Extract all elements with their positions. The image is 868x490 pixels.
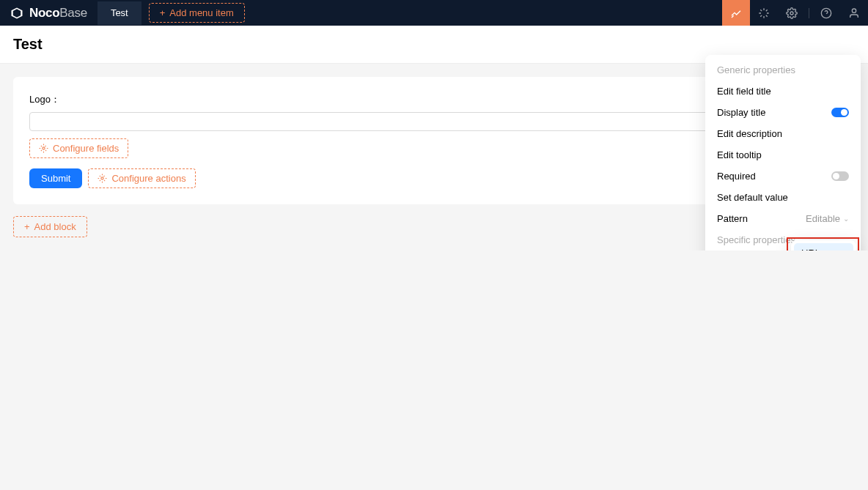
plus-icon: + xyxy=(160,7,166,18)
submit-button[interactable]: Submit xyxy=(29,168,82,188)
plus-icon: + xyxy=(24,221,30,232)
display-title-toggle[interactable]: Display title xyxy=(705,102,861,123)
user-button[interactable] xyxy=(840,0,868,26)
logo-icon xyxy=(10,7,23,20)
settings-button[interactable] xyxy=(778,0,806,26)
user-icon xyxy=(848,7,860,19)
edit-field-title[interactable]: Edit field title xyxy=(705,81,861,102)
add-block-label: Add block xyxy=(34,221,76,232)
section-generic: Generic properties xyxy=(705,59,861,81)
configure-fields-label: Configure fields xyxy=(53,143,119,154)
svg-point-2 xyxy=(852,9,856,12)
page-title: Test xyxy=(13,36,855,53)
dropdown-option-url[interactable]: URL xyxy=(794,243,853,250)
plugin-button[interactable] xyxy=(750,0,778,26)
configure-fields-button[interactable]: Configure fields xyxy=(29,138,128,158)
field-settings-popover: Generic properties Edit field title Disp… xyxy=(705,55,861,250)
gear-icon xyxy=(39,144,48,153)
divider xyxy=(809,8,809,18)
help-button[interactable] xyxy=(812,0,840,26)
add-menu-label: Add menu item xyxy=(169,7,233,18)
logo-text: NocoBase xyxy=(29,6,87,21)
design-mode-button[interactable] xyxy=(722,0,750,26)
switch-off-icon[interactable] xyxy=(831,171,849,181)
main-header: NocoBase Test + Add menu item xyxy=(0,0,868,26)
add-block-button[interactable]: + Add block xyxy=(13,216,87,237)
plugin-icon xyxy=(758,7,770,19)
svg-point-0 xyxy=(790,12,793,15)
required-toggle[interactable]: Required xyxy=(705,166,861,187)
help-icon xyxy=(820,7,832,19)
logo[interactable]: NocoBase xyxy=(0,6,98,21)
edit-description[interactable]: Edit description xyxy=(705,123,861,144)
edit-tooltip[interactable]: Edit tooltip xyxy=(705,144,861,166)
field-component-dropdown: URL Preview xyxy=(791,240,856,250)
pattern-select[interactable]: Pattern Editable⌄ xyxy=(705,208,861,229)
nav-tab-test[interactable]: Test xyxy=(98,1,141,25)
set-default-value[interactable]: Set default value xyxy=(705,187,861,208)
gear-icon xyxy=(98,174,107,183)
configure-actions-label: Configure actions xyxy=(111,173,185,184)
form-card: Logo： Configure fields Submit Configure … xyxy=(13,77,855,204)
add-menu-item-button[interactable]: + Add menu item xyxy=(149,3,245,23)
pencil-ruler-icon xyxy=(730,7,742,19)
svg-point-3 xyxy=(43,147,45,149)
switch-on-icon[interactable] xyxy=(831,108,849,117)
gear-icon xyxy=(786,7,798,19)
chevron-down-icon: ⌄ xyxy=(843,215,849,223)
configure-actions-button[interactable]: Configure actions xyxy=(88,168,195,188)
svg-point-4 xyxy=(101,177,103,179)
